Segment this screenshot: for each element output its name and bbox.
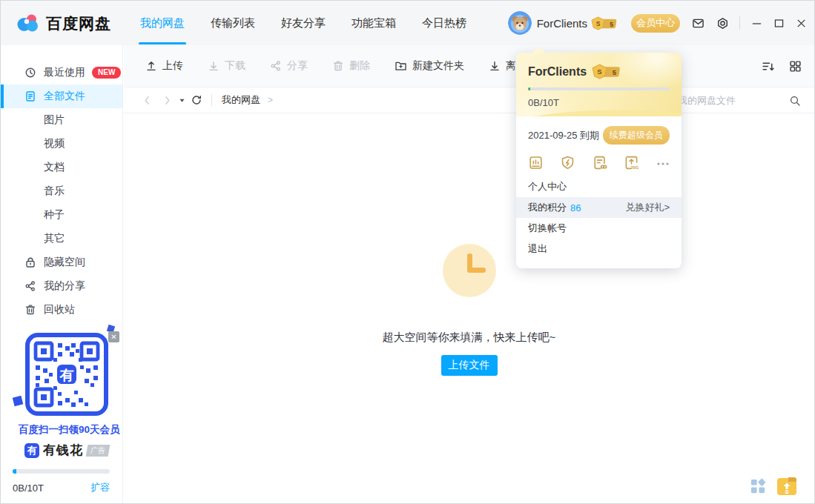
renew-svip-button[interactable]: 续费超级会员: [603, 126, 670, 145]
breadcrumb-root[interactable]: 我的网盘: [222, 93, 260, 107]
maximize-button[interactable]: [773, 18, 785, 29]
more-privileges-icon[interactable]: [656, 156, 670, 170]
empty-state: 超大空间等你来填满，快来上传吧~ 上传文件: [124, 244, 814, 376]
svg-text:5: 5: [610, 20, 613, 27]
storage-usage: 0B/10T: [13, 483, 44, 494]
ad-brand-row: 有 有钱花 广告: [19, 442, 115, 459]
sidebar-item-music[interactable]: 音乐: [1, 179, 122, 203]
clock-icon: [24, 67, 36, 79]
new-folder-button[interactable]: 新建文件夹: [395, 59, 464, 73]
download-button[interactable]: 下载: [208, 59, 245, 73]
sidebar-item-all-files[interactable]: 全部文件: [1, 84, 122, 108]
sidebar-item-others[interactable]: 其它: [1, 227, 122, 251]
user-popup: ForClients 5 S 0B/10T 2021-09-25 到期 续费超级…: [516, 53, 682, 268]
redeem-gifts-link[interactable]: 兑换好礼>: [625, 201, 670, 214]
user-avatar[interactable]: [508, 11, 532, 35]
speed-shield-icon[interactable]: [560, 155, 575, 170]
sidebar-item-hidden-space[interactable]: 隐藏空间: [1, 251, 122, 274]
share-button[interactable]: 分享: [270, 59, 308, 73]
baidu-netdisk-logo-icon: [16, 12, 39, 36]
vip-badges: 5 S: [592, 64, 623, 79]
widgets-icon[interactable]: [750, 478, 767, 495]
ad-close-icon[interactable]: ✕: [108, 331, 119, 342]
settings-gear-icon[interactable]: [716, 17, 729, 30]
trash-icon: [24, 304, 36, 316]
sidebar-item-recycle-bin[interactable]: 回收站: [1, 298, 122, 322]
menu-item-my-points[interactable]: 我的积分 86 兑换好礼>: [516, 197, 682, 218]
offline-download-icon: [489, 60, 501, 72]
points-value: 86: [570, 202, 581, 213]
search-box: [678, 87, 801, 113]
menu-item-logout[interactable]: 退出: [528, 239, 670, 259]
delete-button[interactable]: 删除: [332, 59, 370, 73]
history-dropdown-icon[interactable]: [179, 97, 185, 104]
member-card-icon[interactable]: [528, 155, 544, 170]
main-tabs: 我的网盘 传输列表 好友分享 功能宝箱 今日热榜: [140, 1, 466, 45]
username[interactable]: ForClients: [537, 17, 587, 30]
storage-progress-bar: [13, 469, 110, 474]
sort-icon[interactable]: [762, 60, 775, 73]
grid-view-icon[interactable]: [789, 60, 802, 73]
svg-text:S: S: [597, 67, 601, 76]
sidebar-item-torrents[interactable]: 种子: [1, 203, 122, 227]
divider: [211, 94, 212, 106]
forward-icon[interactable]: [162, 95, 173, 106]
vip-expiry-date: 2021-09-25 到期: [528, 129, 599, 142]
breadcrumb-bar: 我的网盘 >: [124, 87, 814, 113]
popup-header: ForClients 5 S 0B/10T: [516, 53, 682, 116]
ad-caption: 百度扫一扫领90天会员: [19, 423, 115, 437]
upload-icon: [145, 60, 157, 72]
minimize-button[interactable]: [751, 18, 762, 29]
tab-my-drive[interactable]: 我的网盘: [140, 1, 185, 45]
sidebar-item-pictures[interactable]: 图片: [1, 108, 122, 132]
ad-tag: 广告: [86, 445, 110, 457]
vip-center-button[interactable]: 会员中心: [631, 14, 680, 33]
sidebar-item-label: 全部文件: [44, 90, 85, 103]
vip-badges[interactable]: 5 S: [591, 16, 619, 30]
popup-storage-usage: 0B/10T: [528, 97, 670, 108]
upload-button[interactable]: 上传: [145, 59, 183, 73]
menu-item-switch-account[interactable]: 切换帐号: [528, 218, 670, 239]
menu-item-personal-center[interactable]: 个人中心: [528, 176, 670, 197]
file-icon: [24, 90, 36, 102]
upload-file-button[interactable]: 上传文件: [441, 355, 498, 376]
upload-quota-icon[interactable]: 20G: [624, 155, 639, 170]
sidebar: 最近使用 NEW 全部文件 图片 视频 文档 音乐 种子 其它: [1, 45, 123, 503]
brand-logo-icon: 有: [24, 443, 39, 458]
svg-text:5: 5: [613, 68, 616, 76]
sidebar-item-my-shares[interactable]: 我的分享: [1, 274, 122, 298]
new-badge: NEW: [92, 67, 121, 79]
qr-advertisement[interactable]: ✕: [19, 333, 115, 459]
file-toolbar: 上传 下载 分享: [124, 45, 814, 87]
search-icon[interactable]: [789, 95, 801, 107]
lock-icon: [24, 256, 36, 268]
expand-storage-link[interactable]: 扩容: [90, 481, 110, 494]
storage-summary: 0B/10T 扩容: [1, 469, 122, 503]
popup-menu: 个人中心 我的积分 86 兑换好礼> 切换帐号 退出: [528, 176, 670, 259]
tab-toolbox[interactable]: 功能宝箱: [352, 1, 396, 45]
unlimited-doc-icon[interactable]: [592, 155, 607, 170]
refresh-icon[interactable]: [191, 94, 202, 106]
share-icon: [24, 280, 36, 292]
search-input[interactable]: [678, 95, 782, 106]
app-title: 百度网盘: [46, 13, 111, 34]
tab-friend-share[interactable]: 好友分享: [281, 1, 326, 45]
sidebar-item-label: 回收站: [44, 303, 75, 316]
tab-transfer-list[interactable]: 传输列表: [211, 1, 255, 45]
deco-cube: [13, 396, 24, 407]
back-icon[interactable]: [142, 95, 153, 106]
sidebar-item-label: 隐藏空间: [44, 256, 85, 269]
top-bar: 百度网盘 我的网盘 传输列表 好友分享 功能宝箱 今日热榜: [1, 1, 814, 45]
sidebar-item-recent[interactable]: 最近使用 NEW: [1, 61, 122, 84]
quick-upload-folder-icon[interactable]: [776, 475, 798, 497]
popup-privilege-icons: 20G: [528, 155, 670, 170]
sidebar-item-videos[interactable]: 视频: [1, 132, 122, 156]
sidebar-item-documents[interactable]: 文档: [1, 156, 122, 179]
close-button[interactable]: [796, 18, 807, 29]
qr-logo-char: 有: [59, 368, 74, 383]
storage-progress-fill: [13, 469, 16, 474]
empty-message: 超大空间等你来填满，快来上传吧~: [124, 331, 814, 345]
sidebar-item-label: 我的分享: [44, 279, 85, 293]
mail-icon[interactable]: [692, 17, 705, 30]
tab-hot-today[interactable]: 今日热榜: [422, 1, 466, 45]
